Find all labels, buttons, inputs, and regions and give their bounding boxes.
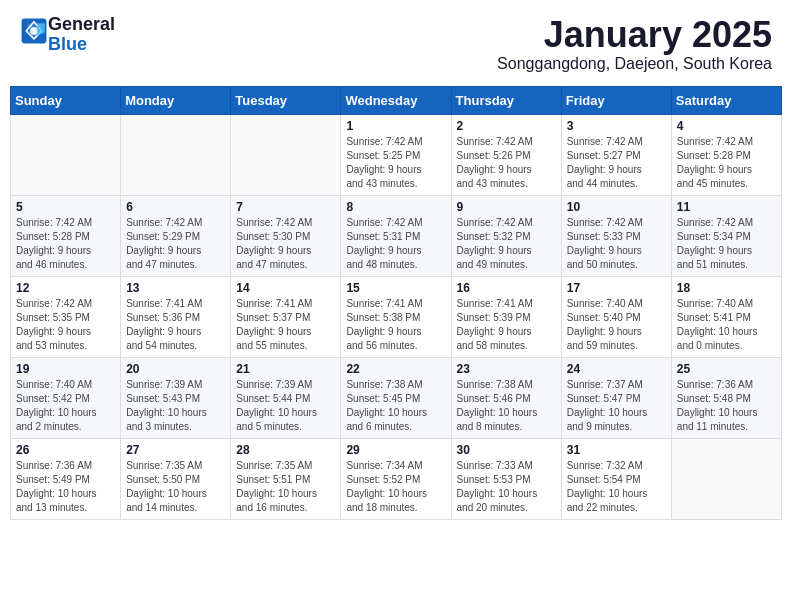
day-info: Sunrise: 7:35 AM Sunset: 5:50 PM Dayligh… (126, 459, 225, 515)
calendar-cell: 4Sunrise: 7:42 AM Sunset: 5:28 PM Daylig… (671, 114, 781, 195)
day-info: Sunrise: 7:33 AM Sunset: 5:53 PM Dayligh… (457, 459, 556, 515)
day-info: Sunrise: 7:42 AM Sunset: 5:30 PM Dayligh… (236, 216, 335, 272)
calendar-cell: 28Sunrise: 7:35 AM Sunset: 5:51 PM Dayli… (231, 438, 341, 519)
calendar-cell: 14Sunrise: 7:41 AM Sunset: 5:37 PM Dayli… (231, 276, 341, 357)
calendar-cell: 13Sunrise: 7:41 AM Sunset: 5:36 PM Dayli… (121, 276, 231, 357)
day-info: Sunrise: 7:40 AM Sunset: 5:40 PM Dayligh… (567, 297, 666, 353)
calendar-cell: 1Sunrise: 7:42 AM Sunset: 5:25 PM Daylig… (341, 114, 451, 195)
calendar-week-5: 26Sunrise: 7:36 AM Sunset: 5:49 PM Dayli… (11, 438, 782, 519)
day-number: 10 (567, 200, 666, 214)
calendar-cell: 20Sunrise: 7:39 AM Sunset: 5:43 PM Dayli… (121, 357, 231, 438)
weekday-header-tuesday: Tuesday (231, 86, 341, 114)
day-info: Sunrise: 7:36 AM Sunset: 5:48 PM Dayligh… (677, 378, 776, 434)
day-number: 14 (236, 281, 335, 295)
calendar-cell: 11Sunrise: 7:42 AM Sunset: 5:34 PM Dayli… (671, 195, 781, 276)
day-number: 25 (677, 362, 776, 376)
calendar-cell: 9Sunrise: 7:42 AM Sunset: 5:32 PM Daylig… (451, 195, 561, 276)
calendar-week-1: 1Sunrise: 7:42 AM Sunset: 5:25 PM Daylig… (11, 114, 782, 195)
day-info: Sunrise: 7:40 AM Sunset: 5:41 PM Dayligh… (677, 297, 776, 353)
calendar-cell: 27Sunrise: 7:35 AM Sunset: 5:50 PM Dayli… (121, 438, 231, 519)
day-number: 29 (346, 443, 445, 457)
calendar-cell (11, 114, 121, 195)
day-number: 3 (567, 119, 666, 133)
calendar-cell: 21Sunrise: 7:39 AM Sunset: 5:44 PM Dayli… (231, 357, 341, 438)
day-number: 2 (457, 119, 556, 133)
svg-point-3 (30, 27, 38, 35)
day-number: 30 (457, 443, 556, 457)
day-number: 1 (346, 119, 445, 133)
weekday-header-sunday: Sunday (11, 86, 121, 114)
calendar-cell: 18Sunrise: 7:40 AM Sunset: 5:41 PM Dayli… (671, 276, 781, 357)
calendar-cell: 29Sunrise: 7:34 AM Sunset: 5:52 PM Dayli… (341, 438, 451, 519)
day-number: 11 (677, 200, 776, 214)
calendar-cell: 31Sunrise: 7:32 AM Sunset: 5:54 PM Dayli… (561, 438, 671, 519)
day-info: Sunrise: 7:39 AM Sunset: 5:44 PM Dayligh… (236, 378, 335, 434)
day-info: Sunrise: 7:41 AM Sunset: 5:39 PM Dayligh… (457, 297, 556, 353)
day-number: 9 (457, 200, 556, 214)
calendar-cell: 5Sunrise: 7:42 AM Sunset: 5:28 PM Daylig… (11, 195, 121, 276)
day-info: Sunrise: 7:42 AM Sunset: 5:35 PM Dayligh… (16, 297, 115, 353)
day-info: Sunrise: 7:41 AM Sunset: 5:36 PM Dayligh… (126, 297, 225, 353)
calendar-cell: 10Sunrise: 7:42 AM Sunset: 5:33 PM Dayli… (561, 195, 671, 276)
weekday-header-monday: Monday (121, 86, 231, 114)
day-number: 31 (567, 443, 666, 457)
weekday-header-friday: Friday (561, 86, 671, 114)
calendar-cell: 26Sunrise: 7:36 AM Sunset: 5:49 PM Dayli… (11, 438, 121, 519)
day-number: 13 (126, 281, 225, 295)
day-number: 21 (236, 362, 335, 376)
calendar-cell: 19Sunrise: 7:40 AM Sunset: 5:42 PM Dayli… (11, 357, 121, 438)
weekday-header-wednesday: Wednesday (341, 86, 451, 114)
calendar-week-2: 5Sunrise: 7:42 AM Sunset: 5:28 PM Daylig… (11, 195, 782, 276)
location-subtitle: Songgangdong, Daejeon, South Korea (497, 55, 772, 73)
day-info: Sunrise: 7:42 AM Sunset: 5:34 PM Dayligh… (677, 216, 776, 272)
day-number: 16 (457, 281, 556, 295)
logo: General Blue (20, 15, 115, 55)
page-header: General Blue January 2025 Songgangdong, … (10, 10, 782, 78)
calendar-week-4: 19Sunrise: 7:40 AM Sunset: 5:42 PM Dayli… (11, 357, 782, 438)
title-block: January 2025 Songgangdong, Daejeon, Sout… (497, 15, 772, 73)
calendar-cell (231, 114, 341, 195)
day-info: Sunrise: 7:34 AM Sunset: 5:52 PM Dayligh… (346, 459, 445, 515)
day-number: 12 (16, 281, 115, 295)
day-info: Sunrise: 7:42 AM Sunset: 5:29 PM Dayligh… (126, 216, 225, 272)
day-number: 20 (126, 362, 225, 376)
day-info: Sunrise: 7:42 AM Sunset: 5:33 PM Dayligh… (567, 216, 666, 272)
calendar-cell: 7Sunrise: 7:42 AM Sunset: 5:30 PM Daylig… (231, 195, 341, 276)
calendar-cell: 15Sunrise: 7:41 AM Sunset: 5:38 PM Dayli… (341, 276, 451, 357)
calendar-week-3: 12Sunrise: 7:42 AM Sunset: 5:35 PM Dayli… (11, 276, 782, 357)
day-number: 17 (567, 281, 666, 295)
calendar-cell: 3Sunrise: 7:42 AM Sunset: 5:27 PM Daylig… (561, 114, 671, 195)
calendar-cell: 22Sunrise: 7:38 AM Sunset: 5:45 PM Dayli… (341, 357, 451, 438)
day-info: Sunrise: 7:38 AM Sunset: 5:46 PM Dayligh… (457, 378, 556, 434)
calendar-cell: 16Sunrise: 7:41 AM Sunset: 5:39 PM Dayli… (451, 276, 561, 357)
calendar-cell: 2Sunrise: 7:42 AM Sunset: 5:26 PM Daylig… (451, 114, 561, 195)
day-number: 23 (457, 362, 556, 376)
day-info: Sunrise: 7:37 AM Sunset: 5:47 PM Dayligh… (567, 378, 666, 434)
calendar-cell: 8Sunrise: 7:42 AM Sunset: 5:31 PM Daylig… (341, 195, 451, 276)
day-number: 8 (346, 200, 445, 214)
calendar-cell: 23Sunrise: 7:38 AM Sunset: 5:46 PM Dayli… (451, 357, 561, 438)
day-number: 5 (16, 200, 115, 214)
day-info: Sunrise: 7:42 AM Sunset: 5:27 PM Dayligh… (567, 135, 666, 191)
day-info: Sunrise: 7:40 AM Sunset: 5:42 PM Dayligh… (16, 378, 115, 434)
day-number: 28 (236, 443, 335, 457)
day-number: 19 (16, 362, 115, 376)
day-info: Sunrise: 7:41 AM Sunset: 5:37 PM Dayligh… (236, 297, 335, 353)
day-number: 7 (236, 200, 335, 214)
day-info: Sunrise: 7:36 AM Sunset: 5:49 PM Dayligh… (16, 459, 115, 515)
calendar-cell: 30Sunrise: 7:33 AM Sunset: 5:53 PM Dayli… (451, 438, 561, 519)
day-info: Sunrise: 7:39 AM Sunset: 5:43 PM Dayligh… (126, 378, 225, 434)
calendar-cell: 12Sunrise: 7:42 AM Sunset: 5:35 PM Dayli… (11, 276, 121, 357)
day-info: Sunrise: 7:42 AM Sunset: 5:28 PM Dayligh… (677, 135, 776, 191)
logo-icon (20, 17, 48, 45)
day-info: Sunrise: 7:42 AM Sunset: 5:26 PM Dayligh… (457, 135, 556, 191)
day-number: 6 (126, 200, 225, 214)
day-info: Sunrise: 7:35 AM Sunset: 5:51 PM Dayligh… (236, 459, 335, 515)
day-info: Sunrise: 7:42 AM Sunset: 5:25 PM Dayligh… (346, 135, 445, 191)
calendar-cell: 6Sunrise: 7:42 AM Sunset: 5:29 PM Daylig… (121, 195, 231, 276)
calendar-cell (671, 438, 781, 519)
day-info: Sunrise: 7:42 AM Sunset: 5:31 PM Dayligh… (346, 216, 445, 272)
calendar-cell: 25Sunrise: 7:36 AM Sunset: 5:48 PM Dayli… (671, 357, 781, 438)
day-number: 22 (346, 362, 445, 376)
logo-text: General Blue (48, 15, 115, 55)
